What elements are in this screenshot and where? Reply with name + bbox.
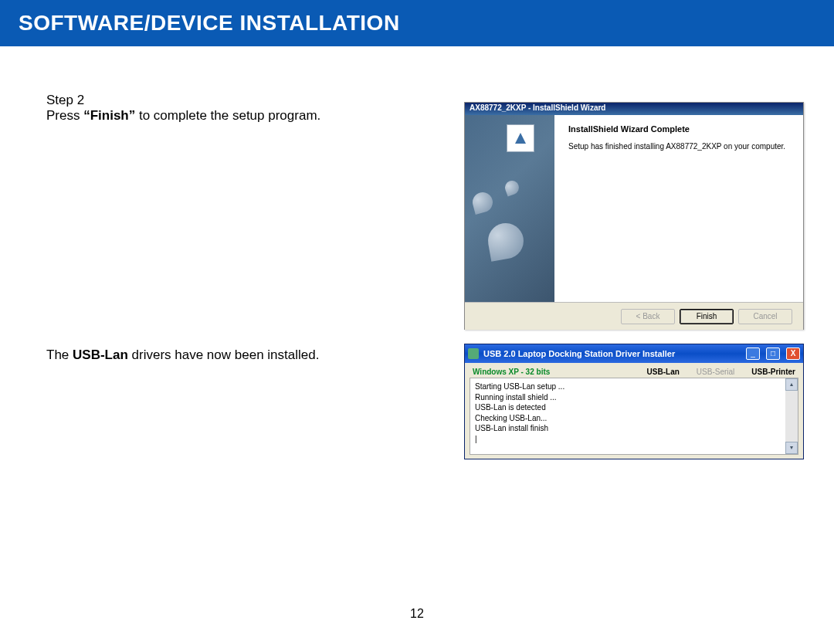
usb-lan-bold: USB-Lan <box>73 347 128 362</box>
minimize-icon[interactable]: _ <box>746 347 760 360</box>
wizard-titlebar: AX88772_2KXP - InstallShield Wizard <box>465 103 803 115</box>
tab-usb-lan: USB-Lan <box>647 368 680 376</box>
driver-status-row: Windows XP - 32 bits USB-Lan USB-Serial … <box>465 363 803 376</box>
finish-bold: “Finish” <box>83 108 135 123</box>
svg-marker-0 <box>515 133 526 144</box>
text: drivers have now been installed. <box>128 347 320 362</box>
wizard-body: InstallShield Wizard Complete Setup has … <box>465 115 803 302</box>
page-title: SOFTWARE/DEVICE INSTALLATION <box>19 11 400 36</box>
close-icon[interactable]: X <box>786 347 800 360</box>
log-line: Running install shield ... <box>475 392 793 403</box>
decorative-sail-icon <box>470 190 495 215</box>
scroll-up-icon[interactable]: ▴ <box>785 378 798 391</box>
installshield-wizard-dialog: AX88772_2KXP - InstallShield Wizard Inst… <box>464 102 804 330</box>
step-instruction: Press “Finish” to complete the setup pro… <box>46 108 425 124</box>
decorative-sail-icon <box>503 178 520 196</box>
driver-log-textarea[interactable]: Starting USB-Lan setup ... Running insta… <box>470 378 798 455</box>
wizard-heading: InstallShield Wizard Complete <box>568 124 789 134</box>
tab-usb-serial: USB-Serial <box>697 368 734 376</box>
page-header: SOFTWARE/DEVICE INSTALLATION <box>0 0 834 46</box>
app-icon <box>468 348 479 359</box>
os-label: Windows XP - 32 bits <box>473 368 630 376</box>
tab-usb-printer: USB-Printer <box>751 368 795 376</box>
wizard-sidebar-graphic <box>465 115 554 302</box>
maximize-icon[interactable]: □ <box>766 347 780 360</box>
scroll-down-icon[interactable]: ▾ <box>785 442 798 454</box>
driver-titlebar: USB 2.0 Laptop Docking Station Driver In… <box>465 344 803 363</box>
wizard-main-panel: InstallShield Wizard Complete Setup has … <box>554 115 803 302</box>
installshield-logo-icon <box>507 124 534 152</box>
page-number: 12 <box>410 607 424 621</box>
decorative-sail-icon <box>485 220 526 261</box>
text: Press <box>46 108 83 123</box>
log-line: USB-Lan install finish <box>475 423 793 434</box>
cancel-button[interactable]: Cancel <box>738 309 792 324</box>
wizard-text: Setup has finished installing AX88772_2K… <box>568 141 789 151</box>
step-label: Step 2 <box>46 93 425 108</box>
log-line: Checking USB-Lan... <box>475 413 793 424</box>
driver-window-title: USB 2.0 Laptop Docking Station Driver In… <box>483 349 740 358</box>
driver-installer-window: USB 2.0 Laptop Docking Station Driver In… <box>464 344 804 459</box>
text: The <box>46 347 73 362</box>
log-line: USB-Lan is detected <box>475 402 793 413</box>
text: to complete the setup program. <box>135 108 320 123</box>
step2-block: Step 2 Press “Finish” to complete the se… <box>46 93 425 124</box>
back-button[interactable]: < Back <box>621 309 675 324</box>
result-block: The USB-Lan drivers have now been instal… <box>46 347 425 363</box>
wizard-footer: < Back Finish Cancel <box>465 302 803 330</box>
scrollbar[interactable]: ▴ ▾ <box>785 378 798 454</box>
finish-button[interactable]: Finish <box>680 309 734 324</box>
log-line: Starting USB-Lan setup ... <box>475 381 793 392</box>
